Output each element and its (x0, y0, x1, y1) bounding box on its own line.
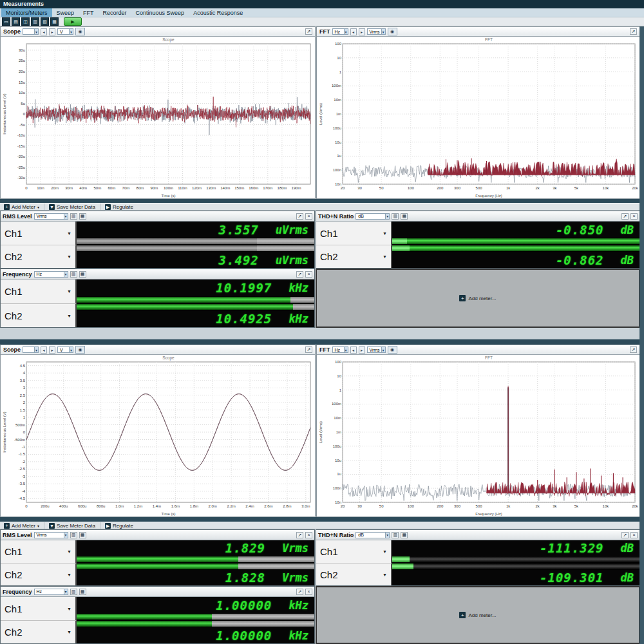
add-meter-button[interactable]: +Add meter... (459, 295, 496, 301)
save-meter-data-button[interactable]: ▼Save Meter Data (46, 204, 98, 211)
nav-right-icon[interactable]: ▸ (49, 28, 55, 35)
nav-right-icon[interactable]: ▸ (359, 346, 365, 354)
popout-icon[interactable]: ↗ (296, 213, 303, 220)
scope-waveform-plot[interactable]: 4.543.532.521.51500m0-500m-1-1.5-2-2.5-3… (1, 355, 315, 517)
tab-fft[interactable]: FFT (79, 8, 99, 17)
close-icon[interactable]: × (305, 532, 312, 538)
add-meter-button[interactable]: +Add meter... (459, 612, 496, 618)
popout-icon[interactable]: ↗ (296, 532, 303, 538)
channel-selector[interactable]: Ch2▼ (1, 563, 77, 585)
window-layout-icon[interactable]: ▭ (2, 17, 10, 26)
nav-left-icon[interactable]: ◂ (41, 28, 47, 35)
popout-icon[interactable]: ↗ (630, 346, 637, 353)
grid-layout-icon[interactable]: ▤ (12, 17, 20, 26)
unit-combo[interactable]: Vrms▾ (367, 346, 386, 353)
bar-display-icon[interactable]: ▦ (401, 213, 408, 220)
regulate-button[interactable]: ▶Regulate (102, 522, 136, 529)
unit-combo[interactable]: V▾ (57, 346, 73, 353)
channel-selector[interactable]: Ch1▼ (1, 597, 77, 620)
level-bar (392, 563, 639, 570)
unit-combo[interactable]: Vrms▾ (34, 213, 68, 220)
digits-display-icon[interactable]: ▥ (392, 532, 399, 538)
unit-combo[interactable]: Hz▾ (34, 589, 68, 595)
settings-panel-icon[interactable]: ▦ (50, 17, 59, 26)
nav-left-icon[interactable]: ◂ (350, 346, 357, 354)
meter-header: RMS Level Vrms▾ ▥ ▦ ↗ × (1, 211, 314, 222)
digits-display-icon[interactable]: ▥ (70, 532, 77, 538)
channel-combo[interactable]: ▾ (23, 346, 39, 353)
tab-sweep[interactable]: Sweep (52, 8, 79, 17)
popout-icon[interactable]: ↗ (305, 346, 312, 353)
scope-waveform-plot[interactable]: 30u25u20u15u10u5u0-5u-10u-15u-20u-25u-30… (1, 37, 315, 199)
nav-right-icon[interactable]: ▸ (49, 346, 55, 354)
bar-display-icon[interactable]: ▦ (79, 589, 86, 595)
add-meter-dropzone[interactable]: +Add meter... (316, 586, 640, 644)
add-meter-button[interactable]: +Add Meter▾ (1, 522, 42, 529)
svg-text:2.2m: 2.2m (227, 504, 235, 508)
popout-icon[interactable]: ↗ (305, 28, 312, 35)
close-icon[interactable]: × (305, 589, 312, 595)
channel-selector[interactable]: Ch2▼ (316, 563, 392, 585)
channel-selector[interactable]: Ch1▼ (316, 222, 392, 245)
unit-combo[interactable]: Vrms▾ (367, 28, 386, 35)
digits-display-icon[interactable]: ▥ (70, 271, 77, 278)
add-meter-dropzone[interactable]: +Add meter... (316, 269, 640, 328)
regulate-button[interactable]: ▶Regulate (102, 204, 136, 211)
popout-icon[interactable]: ↗ (630, 28, 637, 35)
nav-left-icon[interactable]: ◂ (350, 28, 357, 35)
channel-selector[interactable]: Ch2▼ (1, 245, 77, 268)
popout-icon[interactable]: ↗ (621, 213, 629, 220)
digits-display-icon[interactable]: ▥ (392, 213, 399, 220)
tab-continuous-sweep[interactable]: Continuous Sweep (131, 8, 189, 17)
tab-acoustic-response[interactable]: Acoustic Response (189, 8, 247, 17)
fft-spectrum-plot[interactable]: 100101100m10m1m100u10u1u100n10n203050100… (317, 355, 639, 517)
unit-combo[interactable]: V▾ (57, 28, 73, 35)
channel-selector[interactable]: Ch1▼ (1, 540, 77, 563)
svg-text:-15u: -15u (17, 144, 25, 148)
run-toggle-button[interactable]: ▶ (64, 17, 82, 26)
fft-spectrum-plot[interactable]: 100101100m10m1m100u10u1u100n10n203050100… (317, 37, 639, 199)
unit-combo[interactable]: dB▾ (355, 213, 390, 220)
popout-icon[interactable]: ↗ (621, 532, 629, 538)
channel-selector[interactable]: Ch1▼ (1, 279, 77, 303)
save-meter-data-button[interactable]: ▼Save Meter Data (46, 522, 98, 529)
bar-display-icon[interactable]: ▦ (79, 271, 86, 278)
close-icon[interactable]: × (305, 213, 312, 220)
snapshot-icon[interactable]: ◉ (388, 346, 397, 354)
snapshot-icon[interactable]: ◉ (75, 28, 85, 35)
unit-combo[interactable]: dB▾ (355, 532, 390, 538)
close-icon[interactable]: × (305, 271, 312, 278)
bar-display-icon[interactable]: ▦ (401, 532, 408, 538)
axis-combo[interactable]: Hz▾ (332, 28, 348, 35)
snapshot-icon[interactable]: ◉ (388, 28, 397, 35)
meter-header: THD+N Ratio dB▾ ▥ ▦ ↗ × (316, 211, 639, 222)
channel-selector[interactable]: Ch1▼ (1, 222, 77, 245)
split-layout-icon[interactable]: ◫ (21, 17, 30, 26)
channel-combo[interactable]: ▾ (23, 28, 39, 35)
digits-display-icon[interactable]: ▥ (70, 589, 77, 595)
channel-selector[interactable]: Ch2▼ (316, 245, 392, 268)
bar-display-icon[interactable]: ▦ (79, 213, 86, 220)
popout-icon[interactable]: ↗ (296, 589, 303, 595)
nav-right-icon[interactable]: ▸ (359, 28, 365, 35)
tab-monitors-meters[interactable]: Monitors/Meters (1, 8, 52, 17)
channel-selector[interactable]: Ch2▼ (1, 620, 77, 643)
svg-text:1: 1 (339, 388, 342, 392)
add-meter-button[interactable]: +Add Meter▾ (1, 204, 42, 211)
popout-icon[interactable]: ↗ (296, 271, 303, 278)
unit-combo[interactable]: Vrms▾ (34, 532, 68, 538)
channel-selector[interactable]: Ch1▼ (316, 540, 392, 563)
axis-combo[interactable]: Hz▾ (332, 346, 348, 353)
close-icon[interactable]: × (630, 532, 638, 538)
nav-left-icon[interactable]: ◂ (41, 346, 47, 354)
tab-recorder[interactable]: Recorder (99, 8, 131, 17)
unit-combo[interactable]: Hz▾ (34, 271, 68, 278)
channel-selector[interactable]: Ch2▼ (1, 303, 77, 327)
chart-panel-icon[interactable]: ▥ (31, 17, 39, 26)
meter-panel-icon[interactable]: ▧ (41, 17, 49, 26)
bar-display-icon[interactable]: ▦ (79, 532, 86, 538)
close-icon[interactable]: × (630, 213, 638, 220)
snapshot-icon[interactable]: ◉ (75, 346, 85, 354)
digits-display-icon[interactable]: ▥ (70, 213, 77, 220)
svg-text:Level (Vrms): Level (Vrms) (319, 103, 323, 125)
